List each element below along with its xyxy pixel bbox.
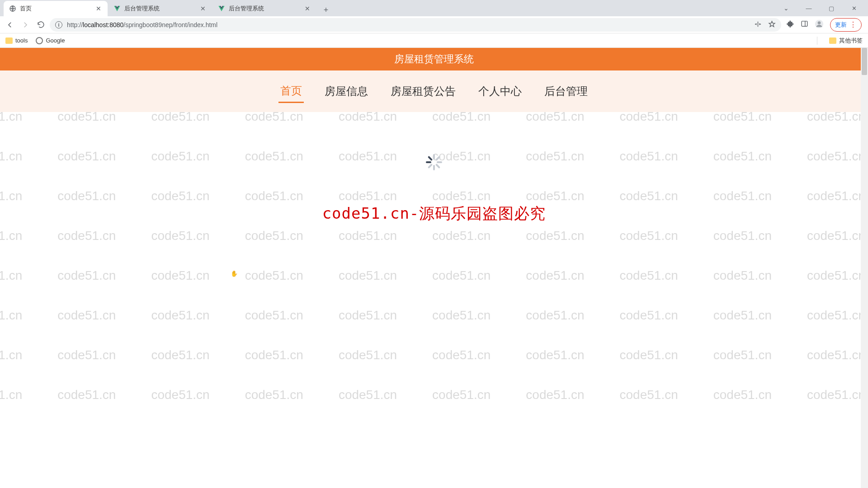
url-host: localhost:8080 [83, 21, 123, 28]
extensions-icon[interactable] [787, 20, 794, 29]
side-panel-icon[interactable] [801, 20, 808, 29]
watermark-text: code51.cn [620, 348, 678, 362]
watermark-text: code51.cn [432, 388, 491, 402]
watermark-text: code51.cn [526, 229, 584, 243]
watermark-text: code51.cn [807, 388, 865, 402]
bookmark-star-icon[interactable] [768, 20, 776, 29]
profile-icon[interactable] [815, 19, 824, 30]
watermark-text: code51.cn [151, 308, 209, 323]
watermark-text: code51.cn [151, 229, 209, 243]
watermark-text: code51.cn [339, 388, 397, 402]
watermark-text: code51.cn [432, 268, 491, 283]
close-window-icon[interactable]: ✕ [847, 5, 861, 12]
watermark-text: code51.cn [339, 308, 397, 323]
bookmark-item-google[interactable]: Google [36, 37, 65, 44]
watermark-text: code51.cn [807, 348, 865, 362]
page-content: code51.cn-源码乐园盗图必究 ✋ [0, 112, 868, 224]
nav-item-house-info[interactable]: 房屋信息 [323, 80, 370, 102]
bookmark-label: tools [15, 37, 28, 44]
watermark-text: code51.cn [0, 308, 22, 323]
watermark-text: code51.cn [245, 229, 303, 243]
watermark-text: code51.cn [339, 268, 397, 283]
watermark-text: code51.cn [713, 268, 772, 283]
nav-item-home[interactable]: 首页 [278, 80, 304, 103]
divider [817, 37, 817, 45]
watermark-text: code51.cn [57, 229, 116, 243]
update-label: 更新 [835, 21, 847, 29]
watermark-text: code51.cn [0, 388, 22, 402]
back-button[interactable] [4, 19, 16, 31]
browser-tab-active[interactable]: 首页 ✕ [4, 1, 108, 16]
nav-item-admin[interactable]: 后台管理 [542, 80, 590, 102]
tab-title: 后台管理系统 [229, 5, 304, 13]
watermark-text: code51.cn [432, 229, 491, 243]
watermark-text: code51.cn [620, 308, 678, 323]
url-path: /springboot89nep/front/index.html [123, 21, 217, 28]
bookmark-label: Google [46, 37, 65, 44]
watermark-text: code51.cn [713, 348, 772, 362]
new-tab-button[interactable]: + [320, 4, 332, 16]
watermark-text: code51.cn [339, 229, 397, 243]
watermark-text: code51.cn [339, 348, 397, 362]
browser-tab[interactable]: 后台管理系统 ✕ [212, 1, 316, 16]
tab-title: 首页 [20, 5, 95, 13]
svg-rect-1 [802, 21, 807, 26]
watermark-text: code51.cn [713, 308, 772, 323]
watermark-text: code51.cn [245, 348, 303, 362]
scrollbar-thumb[interactable] [862, 48, 867, 75]
watermark-text: code51.cn [620, 268, 678, 283]
watermark-text: code51.cn [713, 229, 772, 243]
watermark-text: code51.cn [0, 229, 22, 243]
watermark-text: code51.cn [0, 348, 22, 362]
update-button[interactable]: 更新 ⋮ [830, 18, 862, 32]
watermark-text: code51.cn [57, 308, 116, 323]
menu-dots-icon: ⋮ [849, 21, 857, 28]
reload-button[interactable] [34, 19, 47, 31]
close-icon[interactable]: ✕ [95, 5, 102, 12]
vue-icon [218, 5, 225, 12]
nav-item-announce[interactable]: 房屋租赁公告 [389, 80, 458, 102]
watermark-text: code51.cn [57, 268, 116, 283]
minimize-icon[interactable]: — [802, 5, 816, 12]
url-scheme: http:// [67, 21, 83, 28]
loading-spinner-icon [425, 154, 443, 171]
share-icon[interactable] [754, 20, 762, 29]
watermark-text: code51.cn [0, 268, 22, 283]
vertical-scrollbar[interactable] [861, 48, 868, 488]
watermark-text: code51.cn [151, 388, 209, 402]
tab-search-icon[interactable]: ⌄ [779, 5, 793, 12]
nav-item-profile[interactable]: 个人中心 [476, 80, 524, 102]
watermark-text: code51.cn [526, 348, 584, 362]
watermark-overlay-text: code51.cn-源码乐园盗图必究 [322, 203, 546, 224]
site-info-icon[interactable]: i [55, 21, 62, 28]
browser-tab[interactable]: 后台管理系统 ✕ [108, 1, 212, 16]
watermark-text: code51.cn [432, 348, 491, 362]
watermark-text: code51.cn [432, 308, 491, 323]
bookmark-label: 其他书签 [839, 37, 863, 45]
globe-icon [9, 5, 16, 12]
bookmarks-bar: tools Google 其他书签 [0, 33, 868, 48]
address-bar[interactable]: i http://localhost:8080/springboot89nep/… [50, 18, 781, 32]
google-icon [36, 37, 43, 44]
window-controls: ⌄ — ▢ ✕ [772, 0, 868, 16]
page-viewport: code51.cncode51.cncode51.cncode51.cncode… [0, 48, 868, 488]
watermark-text: code51.cn [245, 268, 303, 283]
watermark-text: code51.cn [526, 268, 584, 283]
watermark-text: code51.cn [245, 308, 303, 323]
url-text: http://localhost:8080/springboot89nep/fr… [67, 21, 217, 28]
maximize-icon[interactable]: ▢ [825, 5, 838, 12]
close-icon[interactable]: ✕ [304, 5, 311, 12]
watermark-text: code51.cn [807, 308, 865, 323]
watermark-text: code51.cn [151, 268, 209, 283]
browser-toolbar: i http://localhost:8080/springboot89nep/… [0, 16, 868, 33]
svg-point-4 [818, 21, 821, 24]
bookmark-other[interactable]: 其他书签 [829, 37, 863, 45]
watermark-text: code51.cn [245, 388, 303, 402]
site-nav: 首页 房屋信息 房屋租赁公告 个人中心 后台管理 [0, 70, 868, 112]
watermark-text: code51.cn [620, 229, 678, 243]
forward-button[interactable] [19, 19, 32, 31]
watermark-text: code51.cn [526, 388, 584, 402]
bookmark-item-tools[interactable]: tools [5, 37, 28, 44]
close-icon[interactable]: ✕ [199, 5, 207, 12]
watermark-text: code51.cn [807, 268, 865, 283]
